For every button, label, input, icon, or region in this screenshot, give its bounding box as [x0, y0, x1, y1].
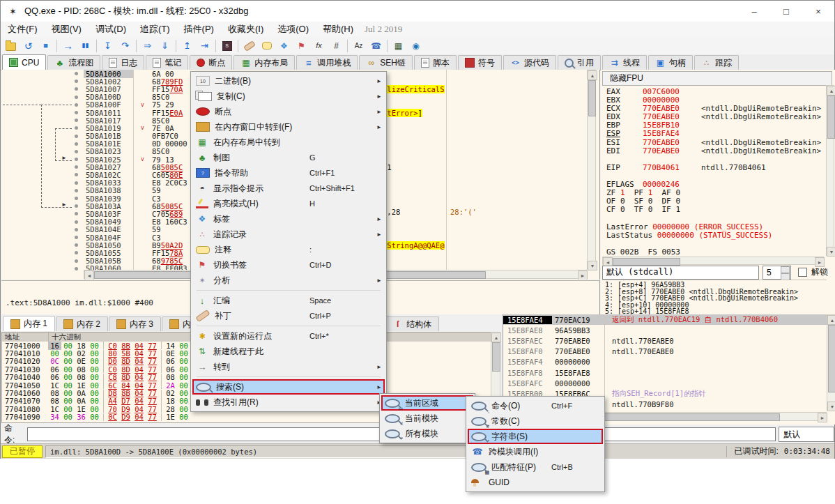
struct-tab[interactable]: ſ结构体 — [385, 316, 439, 331]
menu-set-new-origin[interactable]: ✱设置新的运行点Ctrl+* — [192, 328, 385, 344]
breakpoint-gutter-dot[interactable] — [75, 119, 78, 122]
register-row[interactable]: ESI770EABE0<ntdll.DbgUiRemoteBreakin> — [606, 138, 824, 146]
animate-into-button[interactable]: ⇒ — [139, 38, 156, 54]
registers-horizontal-scrollbar[interactable]: ◄► — [602, 257, 824, 265]
dump-tab-3[interactable]: 内存 3 — [109, 316, 161, 331]
run-button[interactable]: → — [59, 38, 77, 54]
bookmarks-button[interactable]: ⚑ — [293, 38, 310, 54]
scroll-up-icon[interactable]: ▲ — [588, 70, 597, 80]
stack-row[interactable]: 15E8FAF400000000 — [503, 357, 835, 367]
menu-assemble[interactable]: ↓汇编Space — [192, 293, 385, 308]
register-row[interactable]: LastStatus 00000000 (STATUS_SUCCESS) — [606, 231, 824, 239]
menubar-item-view[interactable]: 视图(V) — [45, 22, 89, 37]
patches-button[interactable] — [240, 38, 258, 54]
register-row[interactable]: EIP770B4061ntdll.770B4061 — [606, 163, 824, 171]
tab-log[interactable]: 日志 — [102, 55, 144, 70]
menu-follow-in-memory-map[interactable]: ▦在内存布局中转到 — [192, 135, 385, 150]
menubar-item-help[interactable]: 帮助(H) — [316, 22, 360, 37]
menu-instruction-help[interactable]: ?指令帮助Ctrl+F1 — [192, 165, 385, 181]
menu-toggle-bookmark[interactable]: ⚑切换书签Ctrl+D — [192, 257, 385, 273]
stack-row[interactable]: 15E8FAEC770EABE0ntdll.770EABE0 — [503, 335, 835, 346]
menu-search-string[interactable]: “字符串(S) — [468, 429, 603, 444]
text-size-button[interactable]: Az — [350, 38, 367, 54]
menu-search-pattern[interactable]: ▦匹配特征(P)Ctrl+B — [468, 459, 603, 475]
menubar-item-plugins[interactable]: 插件(P) — [177, 22, 221, 37]
spacer-row[interactable] — [606, 155, 824, 163]
breakpoint-gutter-dot[interactable] — [75, 181, 78, 185]
scrollbar-thumb[interactable] — [588, 80, 596, 116]
register-row[interactable]: CF 0 TF 0 IF 1 — [606, 205, 824, 213]
menu-breakpoint[interactable]: 断点► — [192, 104, 385, 119]
breakpoint-gutter-dot[interactable] — [75, 267, 78, 270]
stack-row[interactable]: 15E8FAF815E8FAE8 — [503, 367, 835, 378]
tab-handles[interactable]: ▣句柄 — [648, 55, 693, 70]
dump-tab-2[interactable]: 内存 2 — [56, 316, 108, 331]
breakpoint-gutter-dot[interactable] — [75, 96, 78, 99]
tab-script[interactable]: 脚本 — [414, 55, 457, 70]
tab-threads[interactable]: ⇉线程 — [602, 55, 647, 70]
tab-references[interactable]: 引用 — [558, 55, 601, 70]
menubar-item-trace[interactable]: 追踪(T) — [133, 22, 177, 37]
calling-convention-dropdown[interactable]: 默认 (stdcall) — [602, 266, 759, 280]
update-button[interactable]: ◉ — [407, 38, 424, 54]
step-over-button[interactable]: ↷ — [116, 38, 134, 54]
tab-cpu[interactable]: CPU — [2, 54, 46, 70]
menu-copy[interactable]: 复制(C)► — [192, 89, 385, 104]
registers-vertical-scrollbar[interactable]: ▲▼ — [826, 85, 834, 256]
menu-binary[interactable]: 10二进制(B)► — [192, 73, 385, 89]
breakpoint-gutter-dot[interactable] — [75, 251, 78, 254]
menu-show-mnemonic-brief[interactable]: ◓显示指令提示Ctrl+Shift+F1 — [192, 181, 385, 196]
tab-symbols[interactable]: 符号 — [458, 55, 502, 70]
register-row[interactable]: EDX770EABE0<ntdll.DbgUiRemoteBreakin> — [606, 112, 824, 121]
register-row[interactable]: GS 002B FS 0053 — [606, 247, 824, 256]
register-row[interactable]: EAX007C6000 — [606, 87, 824, 96]
scrollbar-thumb[interactable] — [828, 325, 835, 392]
tab-graph[interactable]: ♣流程图 — [47, 55, 100, 70]
menu-label[interactable]: ❖标签► — [192, 211, 385, 227]
scroll-up-icon[interactable]: ▲ — [827, 86, 835, 96]
calls-button[interactable]: ☎ — [367, 38, 385, 54]
scrollbar-thumb[interactable] — [827, 96, 835, 139]
tab-breakpoints[interactable]: 断点 — [190, 55, 232, 70]
breakpoint-gutter-dot[interactable] — [75, 173, 78, 176]
run-to-user-code-button[interactable]: ⇥ — [196, 38, 213, 54]
menu-highlight-mode[interactable]: 高亮模式(H)H — [192, 196, 385, 211]
menu-search-command[interactable]: ,命令(O)Ctrl+F — [468, 398, 603, 413]
close-debuggee-button[interactable]: ■ — [37, 38, 54, 54]
menu-search-guid[interactable]: GUID — [468, 475, 603, 490]
menubar-item-favourites[interactable]: 收藏夹(I) — [221, 22, 270, 37]
register-row[interactable]: OF 0 SF 0 DF 0 — [606, 197, 824, 205]
hash-button[interactable]: # — [328, 38, 345, 54]
open-file-button[interactable] — [2, 38, 20, 54]
scrollbar-thumb[interactable] — [613, 258, 680, 266]
scroll-down-icon[interactable]: ▼ — [827, 402, 835, 411]
tab-call-stack[interactable]: ≡调用堆栈 — [296, 55, 358, 70]
menu-comment[interactable]: 注释: — [192, 242, 385, 257]
menu-all-modules[interactable]: *所有模块► — [381, 426, 473, 441]
menubar-item-debug[interactable]: 调试(D) — [89, 22, 133, 37]
spacer-row[interactable] — [606, 213, 824, 222]
menu-analysis[interactable]: ✶分析► — [192, 273, 385, 288]
breakpoint-gutter-dot[interactable] — [75, 165, 78, 169]
register-row[interactable]: EFLAGS00000246 — [606, 180, 824, 188]
scroll-up-icon[interactable]: ▲ — [491, 333, 501, 342]
breakpoint-gutter-dot[interactable] — [75, 103, 78, 107]
restart-button[interactable]: ↺ — [20, 38, 37, 54]
menu-graph[interactable]: ♣制图G — [192, 150, 385, 165]
spacer-row[interactable] — [606, 171, 824, 180]
stepper-arrows[interactable] — [781, 266, 790, 280]
register-row[interactable]: ZF 1 PF 1 AF 0 — [606, 188, 824, 197]
argument-count-stepper[interactable]: 5 — [763, 266, 791, 280]
maximize-button[interactable]: □ — [770, 1, 802, 22]
register-row[interactable]: EBP15E8FB10 — [606, 121, 824, 129]
pause-button[interactable]: ▮▮ — [77, 38, 94, 54]
register-row[interactable]: EDI770EABE0<ntdll.DbgUiRemoteBreakin> — [606, 146, 824, 155]
disasm-vertical-scrollbar[interactable]: ▲▼ — [587, 70, 596, 270]
breakpoint-gutter-dot[interactable] — [75, 197, 78, 200]
menu-search-constant[interactable]: #常数(C) — [468, 413, 603, 429]
menu-trace-record[interactable]: ∴追踪记录► — [192, 227, 385, 242]
breakpoint-gutter-dot[interactable] — [75, 243, 78, 247]
animate-over-button[interactable]: ⇓ — [156, 38, 174, 54]
breakpoint-gutter-dot[interactable] — [75, 135, 78, 138]
tab-source[interactable]: <>源代码 — [503, 55, 556, 70]
